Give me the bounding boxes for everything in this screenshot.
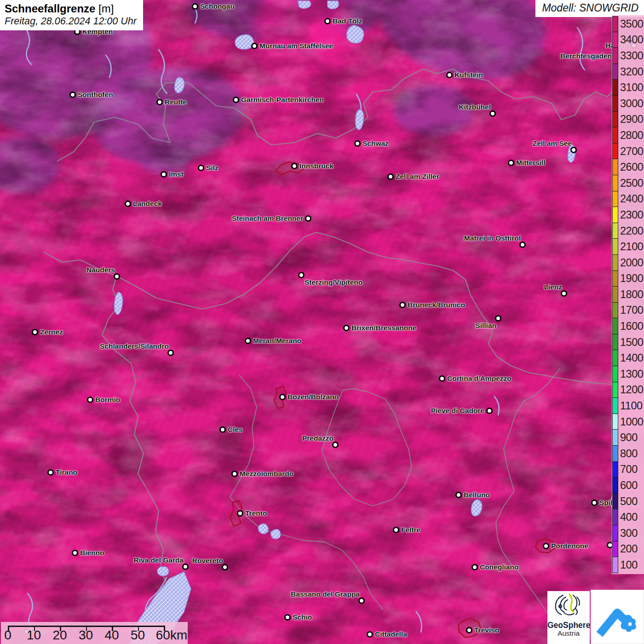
city-dot — [219, 426, 226, 433]
legend-value-label: 3100 — [620, 81, 643, 94]
city-label: Riva del Garda — [133, 556, 184, 564]
legend-color-block — [612, 541, 618, 558]
legend-color-block — [612, 382, 618, 398]
scale-label: 40 — [104, 628, 119, 643]
legend-value-label: 1200 — [620, 384, 643, 396]
city-dot — [446, 72, 453, 78]
legend-value-label: 2700 — [620, 145, 643, 158]
city-dot — [439, 375, 445, 382]
scale-label: 30 — [79, 628, 93, 643]
legend-value-label: 800 — [620, 448, 638, 460]
legend-row: 800 — [612, 446, 644, 462]
legend-color-block — [612, 80, 618, 96]
city-dot — [47, 469, 54, 476]
city-label: Brixen/Bressanone — [351, 324, 416, 332]
legend-value-label: 300 — [620, 527, 638, 540]
legend-row: 2500 — [612, 175, 644, 191]
legend-value-label: 2500 — [620, 177, 643, 190]
city-dot — [466, 627, 472, 633]
city-label: Bruneck/Brunico — [408, 301, 465, 309]
legend-row: 700 — [612, 462, 644, 478]
legend-color-block — [612, 477, 618, 494]
city-dot — [161, 171, 167, 178]
legend-color-block — [612, 303, 618, 319]
city-dot — [393, 527, 399, 533]
legend-color-block — [612, 525, 618, 541]
weather-map: SchongauBad TölzKemptenMurnau am Staffel… — [0, 0, 644, 644]
legend-row: 3500 — [612, 16, 644, 32]
city-label: Feltre — [401, 526, 420, 534]
legend-row: 1700 — [612, 303, 644, 319]
city-dot — [367, 631, 373, 638]
city-label: Mittersill — [516, 159, 546, 167]
legend-row: 2800 — [612, 127, 644, 144]
city-dot — [570, 147, 577, 153]
city-dot — [543, 543, 549, 549]
city-label: Zernez — [40, 328, 63, 336]
legend-value-label: 1500 — [620, 336, 643, 349]
legend-row: 300 — [612, 525, 644, 541]
legend-color-block — [612, 32, 618, 48]
city-dot — [156, 99, 163, 105]
city-dot — [72, 550, 78, 556]
legend-color-block — [612, 127, 618, 144]
city-label: Reutte — [165, 98, 187, 106]
legend-color-block — [612, 223, 618, 239]
city-label: Kitzbühel — [459, 103, 491, 111]
legend-value-label: 2200 — [620, 225, 643, 237]
legend-row: 1300 — [612, 366, 644, 382]
city-label: Schwaz — [362, 139, 389, 148]
legend-color-block — [612, 287, 618, 303]
city-dot — [486, 408, 493, 414]
scale-label: 50 — [131, 628, 145, 643]
geosphere-country: Austria — [547, 629, 590, 638]
legend-row: 3200 — [612, 64, 644, 80]
city-dot — [332, 442, 339, 448]
legend-color-block — [612, 255, 618, 271]
legend-value-label: 2800 — [620, 129, 643, 142]
city-dot — [69, 92, 76, 98]
city-dot — [245, 338, 251, 344]
city-label: Landeck — [133, 200, 162, 208]
city-label: Treviso — [474, 626, 499, 634]
legend-row: 2900 — [612, 112, 644, 128]
geosphere-logo: GeoSphere Austria — [547, 591, 590, 644]
city-label: Conegliano — [480, 563, 518, 571]
legend-value-label: 1900 — [620, 272, 643, 285]
mountain-cloud-icon — [596, 596, 638, 638]
city-label: Bienno — [80, 549, 104, 557]
city-dot — [125, 201, 131, 207]
legend-row: 2700 — [612, 144, 644, 160]
city-label: Zell am Ziller — [396, 172, 439, 181]
legend-row: 1800 — [612, 287, 644, 303]
legend-value-label: 2000 — [620, 257, 643, 269]
legend-row: 3100 — [612, 80, 644, 96]
city-label: Cles — [228, 426, 243, 434]
city-dot — [198, 165, 204, 171]
legend-row: 2600 — [612, 159, 644, 175]
legend-value-label: 2600 — [620, 161, 643, 173]
legend-value-label: 2100 — [620, 241, 643, 253]
city-label: Predazzo — [302, 434, 334, 443]
legend-value-label: 500 — [620, 495, 638, 508]
legend-value-label: 900 — [620, 431, 638, 444]
legend-row: 1000 — [612, 414, 644, 430]
legend-value-label: 2300 — [620, 209, 643, 221]
city-label: Schlanders/Silandro — [100, 342, 169, 351]
city-label: Sillian — [475, 322, 496, 330]
geosphere-swirl-icon — [554, 592, 583, 619]
city-dot — [237, 510, 243, 517]
legend-color-block — [612, 414, 618, 430]
city-label: Cittadella — [375, 630, 407, 638]
city-dot — [508, 160, 514, 166]
city-label: Berchtesgaden — [560, 52, 612, 60]
city-dot — [561, 290, 567, 297]
city-label: Kufstein — [454, 71, 483, 79]
city-label: Bassano del Grappa — [291, 590, 360, 598]
scale-bar: 0102030405060km — [1, 622, 188, 644]
city-layer: SchongauBad TölzKemptenMurnau am Staffel… — [0, 0, 644, 644]
city-dot — [591, 500, 598, 506]
city-dot — [291, 163, 298, 169]
avalanche-logo — [591, 590, 644, 644]
scale-label: 10 — [27, 628, 41, 643]
